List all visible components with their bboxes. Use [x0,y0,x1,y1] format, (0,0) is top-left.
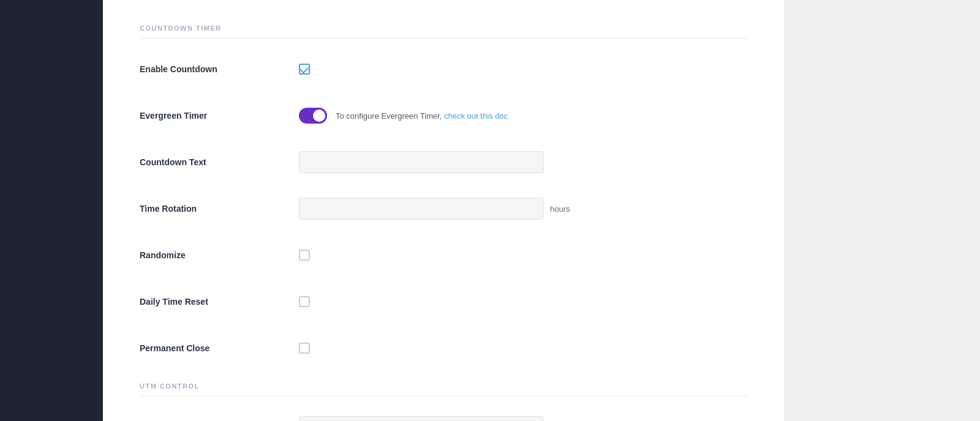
right-panel [784,0,980,421]
evergreen-timer-link[interactable]: check out this doc [444,111,508,121]
evergreen-timer-control: To configure Evergreen Timer, check out … [299,108,747,124]
daily-time-reset-row: Daily Time Reset [140,289,747,314]
time-rotation-row: Time Rotation hours [140,196,747,221]
campaign-input[interactable] [299,416,544,421]
enable-countdown-row: Enable Countdown [140,57,747,81]
main-content: COUNTDOWN TIMER Enable Countdown Evergre… [103,0,784,421]
campaign-row: Campaign [140,415,747,421]
permanent-close-label: Permanent Close [140,343,299,353]
enable-countdown-control [299,64,747,75]
evergreen-timer-row: Evergreen Timer To configure Evergreen T… [140,103,747,128]
time-rotation-wrapper: hours [299,198,570,220]
time-rotation-suffix: hours [550,204,570,214]
countdown-section-title: COUNTDOWN TIMER [140,24,747,39]
time-rotation-input[interactable] [299,198,544,220]
daily-time-reset-checkbox[interactable] [299,296,310,307]
countdown-text-label: Countdown Text [140,157,299,167]
permanent-close-row: Permanent Close [140,336,747,360]
evergreen-timer-label: Evergreen Timer [140,111,299,121]
permanent-close-control [299,343,747,354]
randomize-control [299,250,747,261]
enable-countdown-label: Enable Countdown [140,64,299,74]
randomize-checkbox[interactable] [299,250,310,261]
utm-section-title: UTM CONTROL [140,382,747,397]
sidebar [0,0,103,421]
daily-time-reset-label: Daily Time Reset [140,297,299,307]
evergreen-timer-helper: To configure Evergreen Timer, check out … [336,111,508,121]
time-rotation-control: hours [299,198,747,220]
campaign-control [299,416,747,421]
time-rotation-label: Time Rotation [140,204,299,214]
randomize-label: Randomize [140,250,299,260]
countdown-text-control [299,151,747,173]
permanent-close-checkbox[interactable] [299,343,310,354]
daily-time-reset-control [299,296,747,307]
countdown-text-row: Countdown Text [140,150,747,174]
enable-countdown-checkbox[interactable] [299,64,310,75]
evergreen-timer-toggle[interactable] [299,108,327,124]
countdown-text-input[interactable] [299,151,544,173]
randomize-row: Randomize [140,243,747,267]
